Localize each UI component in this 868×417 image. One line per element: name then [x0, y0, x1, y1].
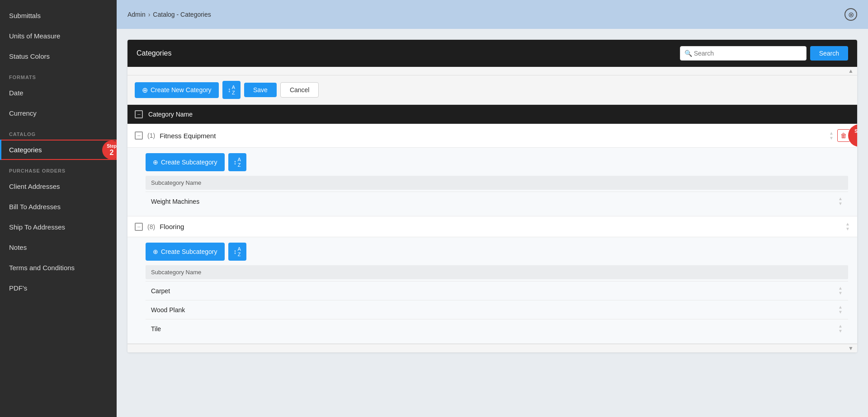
subcategory-row: Weight Machines ▲ ▼: [146, 192, 848, 211]
sidebar-item-currency[interactable]: Currency: [0, 103, 117, 123]
arrow-down-icon[interactable]: ▼: [838, 329, 843, 333]
categories-panel: Categories 🔍 Search ▲ ⊕ Create New Categ…: [127, 40, 857, 352]
category-main-row-flooring: (8) Flooring ▲ ▼: [127, 216, 857, 237]
cancel-button[interactable]: Cancel: [280, 82, 319, 98]
category-row-actions-flooring: ▲ ▼: [845, 222, 850, 231]
sidebar-section-catalog: CATALOG: [0, 123, 117, 140]
sidebar-item-label: Status Colors: [9, 52, 50, 60]
arrow-up-icon[interactable]: ▲: [838, 324, 843, 328]
subcategory-sort-arrows: ▲ ▼: [838, 305, 843, 314]
sort-subcategory-button-flooring[interactable]: ↕ AZ: [228, 243, 246, 261]
sidebar: Submittals Units of Measure Status Color…: [0, 0, 117, 417]
sidebar-item-notes[interactable]: Notes: [0, 237, 117, 258]
subcategory-header-flooring: Subcategory Name: [146, 265, 848, 279]
scroll-up-icon[interactable]: ▲: [848, 68, 854, 74]
category-count-flooring: (8): [147, 223, 155, 230]
sidebar-item-label: Categories: [9, 146, 42, 154]
category-main-row-fitness: (1) Fitness Equipment ▲ ▼ 🗑 Step: [127, 124, 857, 147]
arrow-up-icon[interactable]: ▲: [838, 305, 843, 309]
step-3-badge: Step 3: [848, 124, 857, 147]
trash-icon: 🗑: [840, 132, 847, 139]
scroll-down-icon[interactable]: ▼: [848, 345, 854, 351]
subcategory-sort-arrows: ▲ ▼: [838, 324, 843, 333]
subcategory-name: Weight Machines: [151, 198, 199, 205]
plus-circle-icon: ⊕: [142, 86, 148, 94]
arrow-down-icon[interactable]: ▼: [845, 227, 850, 231]
sidebar-item-categories[interactable]: Categories Step 2: [0, 140, 117, 160]
sort-button[interactable]: ↕ AZ: [222, 81, 241, 99]
sidebar-item-terms-and-conditions[interactable]: Terms and Conditions: [0, 258, 117, 278]
search-icon: 🔍: [684, 50, 692, 57]
category-row: (1) Fitness Equipment ▲ ▼ 🗑 Step: [127, 124, 857, 216]
arrow-down-icon[interactable]: ▼: [838, 201, 843, 206]
search-button[interactable]: Search: [810, 46, 848, 61]
sidebar-item-bill-to-addresses[interactable]: Bill To Addresses: [0, 197, 117, 217]
breadcrumb: Admin › Catalog - Categories: [127, 11, 211, 18]
subcategory-section-flooring: ⊕ Create Subcategory ↕ AZ Subcategory Na…: [127, 237, 857, 343]
sort-az-icon: AZ: [232, 84, 235, 95]
category-checkbox-fitness[interactable]: [135, 131, 143, 140]
sidebar-item-status-colors[interactable]: Status Colors: [0, 46, 117, 66]
arrow-up-icon[interactable]: ▲: [838, 197, 843, 201]
save-button[interactable]: Save: [244, 83, 277, 97]
search-input-wrapper: 🔍: [680, 46, 807, 61]
sidebar-item-ship-to-addresses[interactable]: Ship To Addresses: [0, 217, 117, 237]
subcategory-header-fitness: Subcategory Name: [146, 176, 848, 190]
create-subcategory-button-flooring[interactable]: ⊕ Create Subcategory: [146, 243, 225, 261]
arrow-up-icon[interactable]: ▲: [829, 131, 834, 136]
sidebar-item-pdfs[interactable]: PDF's: [0, 278, 117, 298]
select-all-checkbox[interactable]: [135, 110, 143, 118]
sort-icon: ↕: [228, 86, 231, 94]
subcategory-sort-arrows: ▲ ▼: [838, 286, 843, 295]
sidebar-item-date[interactable]: Date: [0, 83, 117, 103]
plus-circle-icon: ⊕: [153, 159, 158, 166]
subcategory-section-fitness: ⊕ Create Subcategory ↕ AZ Subcategory Na…: [127, 147, 857, 216]
subcategory-row-wood-plank: Wood Plank ▲ ▼: [146, 300, 848, 319]
plus-circle-icon: ⊕: [153, 248, 158, 255]
subcategory-row-tile: Tile ▲ ▼: [146, 319, 848, 338]
arrow-down-icon[interactable]: ▼: [838, 310, 843, 314]
create-subcategory-label: Create Subcategory: [161, 248, 217, 255]
step3-container: 🗑 Step 3: [837, 129, 850, 142]
sort-az-icon: AZ: [238, 157, 241, 168]
step-2-badge: Step 2: [102, 141, 117, 159]
category-row-flooring: (8) Flooring ▲ ▼ ⊕ Create Subcateg: [127, 216, 857, 344]
subcategory-sort-arrows: ▲ ▼: [838, 197, 843, 206]
sidebar-section-formats: FORMATS: [0, 66, 117, 83]
sort-subcategory-button-fitness[interactable]: ↕ AZ: [228, 153, 246, 171]
category-name-fitness: Fitness Equipment: [160, 132, 825, 140]
search-input[interactable]: [680, 46, 807, 61]
sidebar-item-client-addresses[interactable]: Client Addresses: [0, 176, 117, 197]
sidebar-item-units-of-measure[interactable]: Units of Measure: [0, 26, 117, 46]
create-subcategory-button-fitness[interactable]: ⊕ Create Subcategory: [146, 153, 225, 171]
sort-icon: ↕: [234, 248, 237, 255]
breadcrumb-page: Catalog - Categories: [153, 11, 211, 18]
category-row-actions-fitness: ▲ ▼ 🗑 Step 3: [829, 129, 850, 142]
sidebar-item-label: Ship To Addresses: [9, 223, 65, 231]
category-checkbox-flooring[interactable]: [135, 223, 143, 231]
arrow-down-icon[interactable]: ▼: [829, 136, 834, 141]
sidebar-item-label: Units of Measure: [9, 32, 60, 40]
sidebar-item-label: Bill To Addresses: [9, 203, 61, 211]
panel-title: Categories: [137, 49, 171, 57]
subcategory-toolbar-flooring: ⊕ Create Subcategory ↕ AZ: [146, 243, 848, 261]
sidebar-item-submittals[interactable]: Submittals: [0, 5, 117, 26]
panel-header: Categories 🔍 Search: [127, 40, 857, 67]
page-content: Categories 🔍 Search ▲ ⊕ Create New Categ…: [117, 29, 868, 417]
close-button[interactable]: ⊗: [844, 8, 857, 21]
breadcrumb-admin: Admin: [127, 11, 146, 18]
subcategory-name: Carpet: [151, 287, 170, 295]
category-name-flooring: Flooring: [160, 223, 841, 230]
sort-icon: ↕: [234, 159, 237, 166]
arrow-up-icon[interactable]: ▲: [838, 286, 843, 290]
search-area: 🔍 Search: [680, 46, 848, 61]
sort-az-icon: AZ: [238, 246, 241, 257]
sidebar-item-label: Date: [9, 89, 24, 97]
category-sort-arrows-fitness: ▲ ▼: [829, 131, 834, 141]
create-new-category-button[interactable]: ⊕ Create New Category: [135, 82, 219, 98]
step-number: 2: [110, 149, 114, 156]
category-name-column-header: Category Name: [148, 111, 193, 118]
sidebar-item-label: Submittals: [9, 12, 41, 19]
arrow-down-icon[interactable]: ▼: [838, 291, 843, 295]
arrow-up-icon[interactable]: ▲: [845, 222, 850, 226]
